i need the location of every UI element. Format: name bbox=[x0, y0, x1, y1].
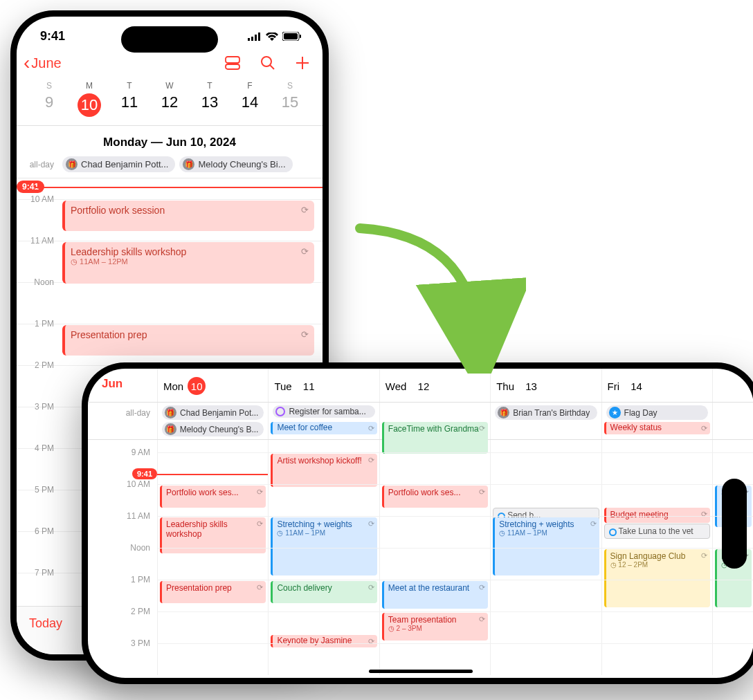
hour-label: 1 PM bbox=[131, 575, 150, 584]
month-label[interactable]: Jun bbox=[88, 369, 157, 402]
allday-label: all-day bbox=[24, 160, 58, 169]
hour-label: Noon bbox=[17, 277, 54, 287]
allday-chip[interactable]: 🎁Chad Benjamin Pot... bbox=[162, 405, 264, 420]
hour-label: 9 AM bbox=[131, 448, 150, 457]
svg-rect-1 bbox=[251, 37, 253, 41]
calendar-event[interactable]: Artist workshop kickoff!⟳ bbox=[271, 454, 376, 487]
week-header: Jun Mon 10 Tue 11 Wed 12 Thu 13 Fri 14 bbox=[88, 369, 753, 403]
day-15[interactable]: 15 bbox=[270, 93, 310, 117]
allday-chip[interactable]: Register for samba... bbox=[273, 405, 374, 418]
iphone-landscape: Jun Mon 10 Tue 11 Wed 12 Thu 13 Fri 14 a… bbox=[82, 362, 753, 684]
calendar-event[interactable]: Keynote by Jasmine⟳ bbox=[271, 635, 376, 647]
day-title: Monday — Jun 10, 2024 bbox=[17, 126, 323, 156]
repeat-icon: ⟳ bbox=[257, 519, 263, 528]
calendar-event[interactable]: Meet for coffee⟳ bbox=[271, 422, 376, 434]
calendar-event[interactable]: Portfolio work session⟳ bbox=[62, 201, 314, 231]
calendar-event[interactable]: Presentation prep⟳ bbox=[160, 581, 266, 603]
day-thu[interactable]: Thu 13 bbox=[490, 369, 601, 402]
hour-label: 1 PM bbox=[17, 319, 54, 329]
repeat-icon: ⟳ bbox=[368, 456, 374, 465]
home-indicator[interactable] bbox=[369, 670, 473, 673]
day-tue[interactable]: Tue 11 bbox=[268, 369, 379, 402]
calendar-event[interactable]: Weekly status⟳ bbox=[604, 422, 710, 434]
hour-label: 10 AM bbox=[17, 194, 54, 204]
today-button[interactable]: Today bbox=[29, 616, 62, 631]
repeat-icon: ⟳ bbox=[590, 519, 597, 528]
calendar-event[interactable]: Take Luna to the vet bbox=[604, 524, 710, 539]
repeat-icon: ⟳ bbox=[479, 583, 485, 592]
repeat-icon: ⟳ bbox=[368, 424, 374, 433]
day-14[interactable]: 14 bbox=[230, 93, 270, 117]
svg-rect-2 bbox=[255, 35, 257, 41]
allday-cell: 🎁Chad Benjamin Pot...🎁Melody Cheung's B.… bbox=[157, 403, 268, 439]
repeat-icon: ⟳ bbox=[368, 637, 374, 646]
day-mon[interactable]: Mon 10 bbox=[157, 369, 268, 402]
gift-icon: 🎁 bbox=[66, 158, 78, 170]
calendar-event[interactable]: Stretching + weights◷ 11AM – 1PM⟳ bbox=[493, 517, 599, 575]
now-badge: 9:41 bbox=[132, 468, 157, 479]
calendar-event[interactable]: Sign Language Club◷ 12 – 2PM⟳ bbox=[604, 549, 710, 607]
day-12[interactable]: 12 bbox=[149, 93, 190, 117]
cellular-icon bbox=[248, 33, 262, 41]
repeat-icon: ⟳ bbox=[368, 583, 374, 592]
day-sat-partial[interactable] bbox=[712, 369, 753, 402]
svg-rect-5 bbox=[284, 33, 298, 39]
allday-chip[interactable]: 🎁 Chad Benjamin Pott... bbox=[62, 156, 175, 172]
repeat-icon: ⟳ bbox=[301, 205, 309, 215]
back-button[interactable]: ‹ June bbox=[24, 53, 62, 73]
calendar-event[interactable]: Meet at the restaurant⟳ bbox=[382, 581, 488, 609]
week-grid[interactable]: 9 AM10 AM11 AMNoon1 PM2 PM3 PM Portfolio… bbox=[88, 440, 753, 675]
repeat-icon: ⟳ bbox=[257, 583, 263, 592]
allday-chip[interactable]: ★Flag Day bbox=[606, 405, 708, 420]
hour-label: 3 PM bbox=[17, 402, 54, 412]
ring-icon bbox=[609, 528, 617, 536]
status-time: 9:41 bbox=[40, 29, 65, 44]
hour-label: 2 PM bbox=[17, 360, 54, 370]
hour-label: 3 PM bbox=[131, 638, 150, 648]
allday-chip[interactable]: 🎁Melody Cheung's B... bbox=[162, 422, 264, 436]
calendar-event[interactable]: FaceTime with Grandma⟳ bbox=[382, 422, 488, 454]
calendar-event[interactable]: Presentation prep⟳ bbox=[62, 325, 314, 356]
search-icon[interactable] bbox=[260, 55, 275, 71]
allday-chip[interactable]: 🎁Brian Tran's Birthday bbox=[495, 405, 597, 420]
repeat-icon: ⟳ bbox=[257, 488, 263, 497]
now-line bbox=[35, 187, 323, 188]
gift-icon: 🎁 bbox=[183, 158, 194, 170]
day-13[interactable]: 13 bbox=[190, 93, 230, 117]
view-mode-icon[interactable] bbox=[224, 55, 241, 71]
calendar-event[interactable]: Couch delivery⟳ bbox=[271, 581, 376, 603]
hour-label: 4 PM bbox=[17, 443, 54, 453]
allday-chip[interactable]: 🎁 Melody Cheung's Bi... bbox=[179, 156, 292, 172]
hour-label: Noon bbox=[130, 543, 150, 553]
add-icon[interactable] bbox=[295, 55, 310, 71]
svg-rect-3 bbox=[258, 33, 260, 41]
gift-icon: 🎁 bbox=[165, 407, 176, 418]
svg-rect-6 bbox=[300, 35, 301, 38]
star-icon: ★ bbox=[609, 407, 621, 418]
calendar-event[interactable]: Leadership skills workshop◷ 11AM – 12PM⟳ bbox=[62, 242, 314, 284]
allday-cell: 🎁Brian Tran's Birthday bbox=[490, 403, 601, 439]
chevron-left-icon: ‹ bbox=[24, 53, 30, 73]
day-11[interactable]: 11 bbox=[109, 93, 149, 117]
calendar-event[interactable]: Team presentation◷ 2 – 3PM⟳ bbox=[382, 613, 488, 641]
hour-label: 2 PM bbox=[131, 607, 150, 616]
day-10-today[interactable]: 10 bbox=[69, 93, 109, 117]
calendar-event[interactable]: Stretching + weights◷ 11AM – 1PM⟳ bbox=[271, 517, 376, 575]
now-line bbox=[157, 474, 268, 475]
svg-rect-7 bbox=[226, 57, 239, 63]
repeat-icon: ⟳ bbox=[301, 246, 309, 257]
repeat-icon: ⟳ bbox=[479, 488, 485, 497]
day-wed[interactable]: Wed 12 bbox=[379, 369, 490, 402]
day-9[interactable]: 9 bbox=[29, 93, 69, 117]
day-fri[interactable]: Fri 14 bbox=[601, 369, 712, 402]
gift-icon: 🎁 bbox=[165, 423, 176, 435]
svg-line-10 bbox=[270, 65, 274, 69]
repeat-icon: ⟳ bbox=[701, 551, 707, 560]
calendar-event[interactable]: Portfolio work ses...⟳ bbox=[382, 486, 488, 508]
hour-label: 11 AM bbox=[127, 511, 150, 521]
gift-icon: 🎁 bbox=[498, 407, 509, 418]
weekday-numbers: 9 10 11 12 13 14 15 bbox=[17, 91, 323, 126]
svg-rect-0 bbox=[248, 38, 250, 41]
weekday-header: S M T W T F S bbox=[17, 78, 323, 91]
calendar-event[interactable]: Portfolio work ses...⟳ bbox=[160, 486, 266, 508]
